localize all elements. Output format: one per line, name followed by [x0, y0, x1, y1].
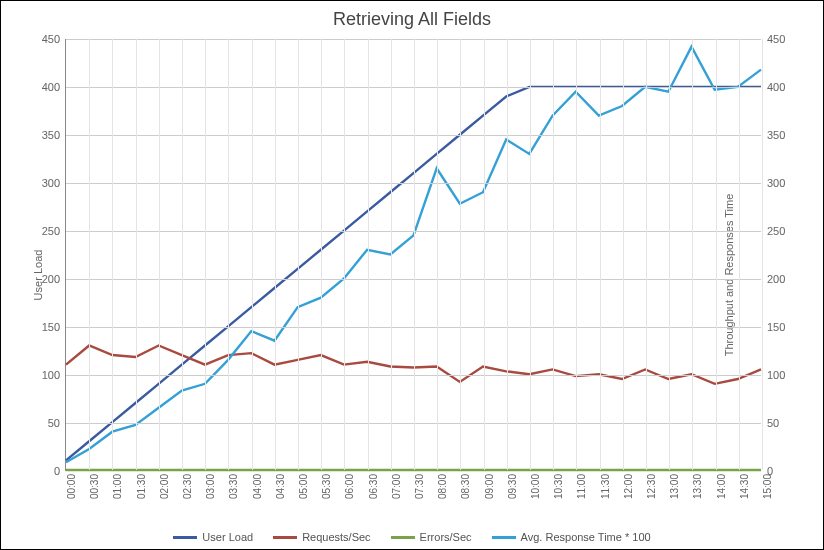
legend-label: Errors/Sec: [420, 531, 472, 543]
legend-item: User Load: [173, 531, 253, 543]
x-tick-label: 14:00: [716, 474, 727, 499]
x-tick-label: 12:00: [623, 474, 634, 499]
legend-label: Avg. Response Time * 100: [521, 531, 651, 543]
vgrid-line: [669, 39, 670, 470]
vgrid-line: [762, 39, 763, 470]
x-tick-label: 00:00: [66, 474, 77, 499]
x-tick-label: 10:30: [553, 474, 564, 499]
vgrid-line: [368, 39, 369, 470]
vgrid-line: [344, 39, 345, 470]
x-tick-label: 09:00: [484, 474, 495, 499]
legend-label: Requests/Sec: [302, 531, 370, 543]
x-tick-label: 13:00: [669, 474, 680, 499]
x-tick-label: 01:00: [112, 474, 123, 499]
y-left-tick-label: 50: [36, 417, 60, 429]
vgrid-line: [507, 39, 508, 470]
vgrid-line: [321, 39, 322, 470]
x-tick-label: 07:30: [414, 474, 425, 499]
vgrid-line: [692, 39, 693, 470]
x-tick-label: 08:30: [460, 474, 471, 499]
vgrid-line: [600, 39, 601, 470]
x-tick-label: 06:30: [368, 474, 379, 499]
vgrid-line: [182, 39, 183, 470]
vgrid-line: [228, 39, 229, 470]
x-tick-label: 04:00: [252, 474, 263, 499]
y-left-tick-label: 0: [36, 465, 60, 477]
x-tick-label: 06:00: [344, 474, 355, 499]
x-tick-label: 09:30: [507, 474, 518, 499]
y-right-tick-label: 300: [767, 177, 791, 189]
x-tick-label: 04:30: [275, 474, 286, 499]
x-tick-label: 14:30: [739, 474, 750, 499]
y-left-tick-label: 100: [36, 369, 60, 381]
y-right-tick-label: 100: [767, 369, 791, 381]
vgrid-line: [136, 39, 137, 470]
vgrid-line: [205, 39, 206, 470]
y-left-tick-label: 400: [36, 81, 60, 93]
vgrid-line: [646, 39, 647, 470]
legend-swatch: [273, 536, 297, 539]
legend-item: Requests/Sec: [273, 531, 370, 543]
vgrid-line: [89, 39, 90, 470]
x-tick-label: 13:30: [692, 474, 703, 499]
x-tick-label: 05:00: [298, 474, 309, 499]
x-tick-label: 12:30: [646, 474, 657, 499]
x-tick-label: 00:30: [89, 474, 100, 499]
legend-item: Avg. Response Time * 100: [492, 531, 651, 543]
vgrid-line: [159, 39, 160, 470]
vgrid-line: [739, 39, 740, 470]
y-right-tick-label: 200: [767, 273, 791, 285]
y-left-tick-label: 300: [36, 177, 60, 189]
legend-swatch: [391, 536, 415, 539]
y-left-tick-label: 150: [36, 321, 60, 333]
x-tick-label: 02:30: [182, 474, 193, 499]
vgrid-line: [298, 39, 299, 470]
vgrid-line: [112, 39, 113, 470]
y-right-tick-label: 350: [767, 129, 791, 141]
x-tick-label: 01:30: [136, 474, 147, 499]
vgrid-line: [623, 39, 624, 470]
legend-swatch: [492, 536, 516, 539]
chart-container: Retrieving All Fields User Load Throughp…: [0, 0, 824, 550]
y-left-tick-label: 250: [36, 225, 60, 237]
x-tick-label: 03:00: [205, 474, 216, 499]
x-tick-label: 15:00: [762, 474, 773, 499]
legend-label: User Load: [202, 531, 253, 543]
y-left-tick-label: 450: [36, 33, 60, 45]
y-right-tick-label: 250: [767, 225, 791, 237]
vgrid-line: [484, 39, 485, 470]
legend-item: Errors/Sec: [391, 531, 472, 543]
x-tick-label: 05:30: [321, 474, 332, 499]
x-tick-label: 10:00: [530, 474, 541, 499]
legend: User LoadRequests/SecErrors/SecAvg. Resp…: [1, 529, 823, 544]
x-tick-label: 03:30: [228, 474, 239, 499]
y-right-tick-label: 50: [767, 417, 791, 429]
x-tick-label: 11:30: [600, 474, 611, 499]
chart-title: Retrieving All Fields: [1, 9, 823, 30]
x-tick-label: 11:00: [576, 474, 587, 499]
y-right-tick-label: 450: [767, 33, 791, 45]
vgrid-line: [414, 39, 415, 470]
vgrid-line: [716, 39, 717, 470]
y-right-tick-label: 150: [767, 321, 791, 333]
x-tick-label: 08:00: [437, 474, 448, 499]
vgrid-line: [460, 39, 461, 470]
y-left-tick-label: 350: [36, 129, 60, 141]
y-right-tick-label: 400: [767, 81, 791, 93]
vgrid-line: [530, 39, 531, 470]
x-tick-label: 02:00: [159, 474, 170, 499]
legend-swatch: [173, 536, 197, 539]
vgrid-line: [576, 39, 577, 470]
plot-area: 0050501001001501502002002502503003003503…: [65, 39, 761, 471]
vgrid-line: [553, 39, 554, 470]
vgrid-line: [275, 39, 276, 470]
y-left-tick-label: 200: [36, 273, 60, 285]
vgrid-line: [252, 39, 253, 470]
vgrid-line: [391, 39, 392, 470]
vgrid-line: [437, 39, 438, 470]
x-tick-label: 07:00: [391, 474, 402, 499]
